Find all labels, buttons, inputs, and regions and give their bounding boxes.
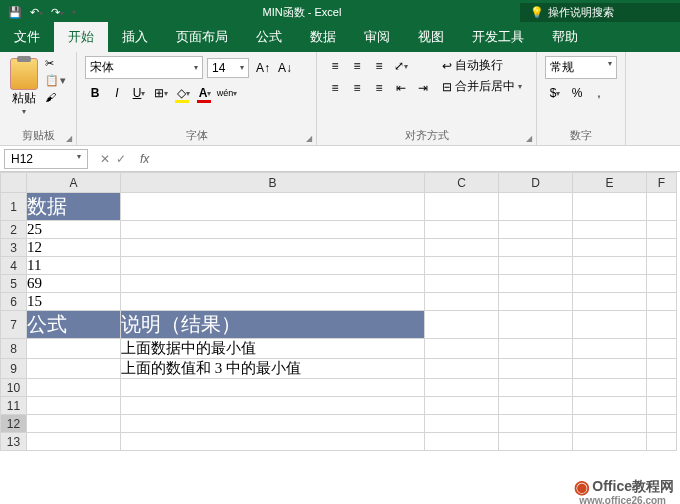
row-header[interactable]: 2 [1, 221, 27, 239]
cell-E6[interactable] [573, 293, 647, 311]
tab-view[interactable]: 视图 [404, 22, 458, 52]
cell-F6[interactable] [647, 293, 677, 311]
cell-A7[interactable]: 公式 [27, 311, 121, 339]
cell-E7[interactable] [573, 311, 647, 339]
align-left-icon[interactable]: ≡ [325, 78, 345, 98]
col-header-D[interactable]: D [499, 173, 573, 193]
bold-button[interactable]: B [85, 83, 105, 103]
align-bottom-icon[interactable]: ≡ [369, 56, 389, 76]
cell-C10[interactable] [425, 379, 499, 397]
cell-C13[interactable] [425, 433, 499, 451]
cell-C3[interactable] [425, 239, 499, 257]
tab-help[interactable]: 帮助 [538, 22, 592, 52]
select-all-corner[interactable] [1, 173, 27, 193]
cell-F7[interactable] [647, 311, 677, 339]
cell-A5[interactable]: 69 [27, 275, 121, 293]
cell-B10[interactable] [121, 379, 425, 397]
cell-D1[interactable] [499, 193, 573, 221]
format-painter-icon[interactable]: 🖌 [44, 90, 68, 104]
cell-F9[interactable] [647, 359, 677, 379]
cell-C7[interactable] [425, 311, 499, 339]
underline-button[interactable]: U▾ [129, 83, 149, 103]
row-header[interactable]: 1 [1, 193, 27, 221]
cell-D2[interactable] [499, 221, 573, 239]
row-header[interactable]: 12 [1, 415, 27, 433]
cell-E8[interactable] [573, 339, 647, 359]
row-header[interactable]: 5 [1, 275, 27, 293]
cell-C12[interactable] [425, 415, 499, 433]
cell-B3[interactable] [121, 239, 425, 257]
dialog-launcher-icon[interactable]: ◢ [306, 134, 312, 143]
tab-layout[interactable]: 页面布局 [162, 22, 242, 52]
cell-B8[interactable]: 上面数据中的最小值 [121, 339, 425, 359]
cell-F2[interactable] [647, 221, 677, 239]
orientation-icon[interactable]: ⤢▾ [391, 56, 411, 76]
cell-E2[interactable] [573, 221, 647, 239]
save-icon[interactable]: 💾 [8, 6, 22, 19]
cell-A9[interactable] [27, 359, 121, 379]
cell-F4[interactable] [647, 257, 677, 275]
tab-formulas[interactable]: 公式 [242, 22, 296, 52]
formula-input[interactable] [155, 149, 680, 168]
tab-home[interactable]: 开始 [54, 22, 108, 52]
font-name-select[interactable]: 宋体▾ [85, 56, 203, 79]
cell-B11[interactable] [121, 397, 425, 415]
cell-E13[interactable] [573, 433, 647, 451]
cell-D5[interactable] [499, 275, 573, 293]
cell-F1[interactable] [647, 193, 677, 221]
indent-increase-icon[interactable]: ⇥ [413, 78, 433, 98]
cell-C5[interactable] [425, 275, 499, 293]
cell-B6[interactable] [121, 293, 425, 311]
cell-A1[interactable]: 数据 [27, 193, 121, 221]
redo-icon[interactable]: ↷▾ [51, 6, 64, 19]
cell-B5[interactable] [121, 275, 425, 293]
cell-E1[interactable] [573, 193, 647, 221]
cell-D4[interactable] [499, 257, 573, 275]
cell-C1[interactable] [425, 193, 499, 221]
dialog-launcher-icon[interactable]: ◢ [66, 134, 72, 143]
cell-E9[interactable] [573, 359, 647, 379]
align-right-icon[interactable]: ≡ [369, 78, 389, 98]
row-header[interactable]: 10 [1, 379, 27, 397]
cell-C6[interactable] [425, 293, 499, 311]
col-header-C[interactable]: C [425, 173, 499, 193]
cell-A4[interactable]: 11 [27, 257, 121, 275]
cell-D10[interactable] [499, 379, 573, 397]
enter-formula-icon[interactable]: ✓ [116, 152, 126, 166]
cell-E3[interactable] [573, 239, 647, 257]
align-middle-icon[interactable]: ≡ [347, 56, 367, 76]
cell-D12[interactable] [499, 415, 573, 433]
border-button[interactable]: ⊞▾ [151, 83, 171, 103]
tab-insert[interactable]: 插入 [108, 22, 162, 52]
col-header-F[interactable]: F [647, 173, 677, 193]
cell-C4[interactable] [425, 257, 499, 275]
dialog-launcher-icon[interactable]: ◢ [526, 134, 532, 143]
cut-icon[interactable]: ✂ [44, 56, 68, 71]
comma-icon[interactable]: , [589, 83, 609, 103]
cell-A12[interactable] [27, 415, 121, 433]
col-header-A[interactable]: A [27, 173, 121, 193]
cell-F11[interactable] [647, 397, 677, 415]
cell-E11[interactable] [573, 397, 647, 415]
cell-F8[interactable] [647, 339, 677, 359]
row-header[interactable]: 9 [1, 359, 27, 379]
cell-A2[interactable]: 25 [27, 221, 121, 239]
cell-F10[interactable] [647, 379, 677, 397]
name-box[interactable]: H12▾ [4, 149, 88, 169]
tab-file[interactable]: 文件 [0, 22, 54, 52]
fill-color-button[interactable]: ◇▾ [173, 83, 193, 103]
cell-C9[interactable] [425, 359, 499, 379]
cell-A13[interactable] [27, 433, 121, 451]
cell-F3[interactable] [647, 239, 677, 257]
wrap-text-button[interactable]: ↩自动换行 [441, 56, 523, 75]
col-header-B[interactable]: B [121, 173, 425, 193]
cell-F13[interactable] [647, 433, 677, 451]
cell-B7[interactable]: 说明（结果） [121, 311, 425, 339]
cell-D9[interactable] [499, 359, 573, 379]
number-format-select[interactable]: 常规▾ [545, 56, 617, 79]
cell-F12[interactable] [647, 415, 677, 433]
col-header-E[interactable]: E [573, 173, 647, 193]
tab-dev[interactable]: 开发工具 [458, 22, 538, 52]
tell-me-search[interactable]: 💡 操作说明搜索 [520, 3, 680, 22]
align-top-icon[interactable]: ≡ [325, 56, 345, 76]
